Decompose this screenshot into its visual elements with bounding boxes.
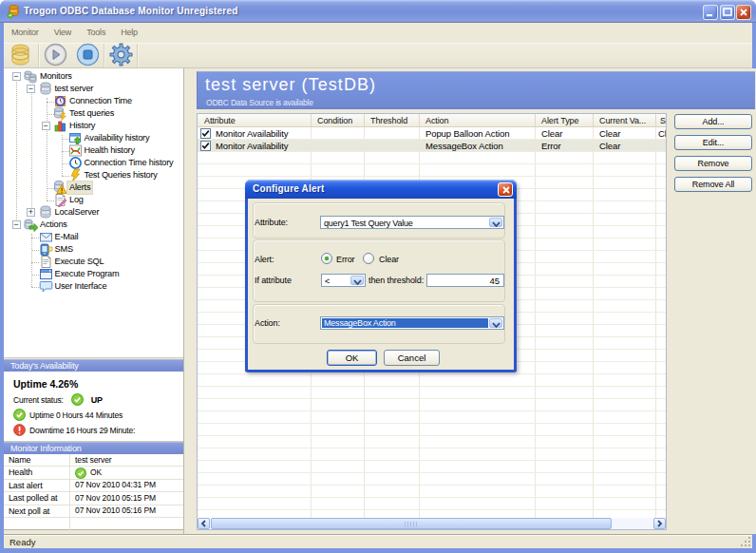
resize-grip[interactable] [740,536,751,547]
scroll-left-button[interactable] [198,518,210,529]
monitor-tree: −Monitors−test serverConnection TimeTest… [4,68,183,358]
menu-view[interactable]: View [47,26,80,40]
error-radio-label: Error [336,254,355,265]
stop-icon [76,43,100,68]
cell [365,152,420,163]
sidebar-splitter[interactable] [183,68,197,534]
column-header-action[interactable]: Action [420,114,536,126]
cell [312,486,365,497]
tree-item-actions[interactable]: −Actions [4,219,183,231]
monitor-info-header: Monitor Information [4,442,183,454]
cell [594,238,656,250]
toolbar-stop-button[interactable] [71,44,104,67]
menu-tools[interactable]: Tools [79,26,113,40]
database-icon [9,44,32,68]
cell [536,362,594,373]
toolbar-start-button[interactable] [39,44,71,67]
cell: Monitor Availability [198,140,312,151]
cell [312,510,365,518]
action-dropdown-icon[interactable] [489,318,502,328]
scroll-right-button[interactable] [653,518,666,529]
info-key: Name [4,454,70,466]
menu-help[interactable]: Help [113,26,145,40]
row-checkbox[interactable] [200,141,211,151]
cell [198,486,312,497]
cell [312,399,365,410]
attribute-combobox[interactable]: query1 Test Query Value [320,216,504,229]
cell [594,387,656,398]
collapse-icon[interactable]: − [27,85,35,93]
row-checkbox[interactable] [200,128,211,139]
cell [365,448,420,460]
alert-row[interactable]: Monitor AvailabilityMessageBox ActionErr… [198,140,666,152]
cell [656,214,666,225]
expand-icon[interactable]: + [27,208,35,217]
tree-connector-stub [62,139,69,140]
tree-connector-line [62,135,63,176]
cell [312,374,365,386]
toolbar-database-button[interactable] [4,44,38,67]
cell [420,461,536,472]
tree-connector-stub [62,163,69,164]
toolbar [4,43,752,68]
cell [594,189,656,200]
attribute-dropdown-icon[interactable] [489,218,502,227]
cell [198,152,312,163]
add--button[interactable]: Add... [674,114,752,129]
cell [536,251,594,262]
scrollbar-thumb[interactable] [211,518,612,529]
cell [536,448,594,460]
cell [594,411,656,423]
cell [656,461,666,472]
empty-row [198,486,666,498]
collapse-icon[interactable]: − [42,122,50,130]
info-row-last-polled-at: Last polled at07 Nov 2010 05:15 PM [4,492,183,505]
remove-all-button[interactable]: Remove All [674,177,752,192]
operator-combobox[interactable]: < [321,274,366,287]
cell [312,127,365,139]
maximize-button[interactable] [720,5,735,20]
remove-button[interactable]: Remove [674,156,752,171]
cell [594,214,656,225]
collapse-icon[interactable]: − [12,72,21,81]
cell [198,510,312,518]
uptime-percent: Uptime 4.26% [13,377,78,390]
info-row-name: Nametest server [4,454,183,467]
minimize-button[interactable] [703,5,718,20]
clear-radio[interactable] [363,253,374,264]
cell [312,387,365,398]
column-header-current-va-[interactable]: Current Va... [594,114,656,126]
cancel-button[interactable]: Cancel [384,350,440,366]
column-header-condition[interactable]: Condition [312,114,365,126]
column-header-alert-type[interactable]: Alert Type [536,114,594,126]
operator-dropdown-icon[interactable] [350,276,364,285]
dialog-close-button[interactable] [498,182,513,197]
cell [198,399,312,410]
collapse-icon[interactable]: − [12,220,21,229]
toolbar-settings-button[interactable] [104,44,137,67]
cell [594,374,656,386]
menu-monitor[interactable]: Monitor [11,26,47,40]
cell [594,152,656,163]
edit--button[interactable]: Edit... [674,135,752,150]
cell [420,424,536,435]
tree-item-monitors[interactable]: −Monitors [4,70,183,83]
alert-row[interactable]: Monitor AvailabilityPopup Balloon Action… [198,127,666,140]
tree-connector-stub [31,287,39,288]
error-radio[interactable] [321,253,332,264]
ok-button[interactable]: OK [327,350,377,366]
close-button[interactable] [736,5,751,20]
cell [594,473,656,485]
column-header-threshold[interactable]: Threshold [365,114,420,126]
threshold-input[interactable] [426,274,504,287]
info-row-next-poll-at: Next poll at07 Nov 2010 05:16 PM [4,505,183,518]
cell [198,498,312,509]
action-combobox[interactable]: MessageBox Action [320,316,504,330]
cell [656,325,666,336]
cell [536,337,594,349]
cell [594,201,656,213]
tree-item-label: Alerts [67,181,92,194]
horizontal-scrollbar[interactable] [198,518,666,529]
column-header-attribute[interactable]: Attribute [198,114,312,126]
history-icon [53,119,67,133]
